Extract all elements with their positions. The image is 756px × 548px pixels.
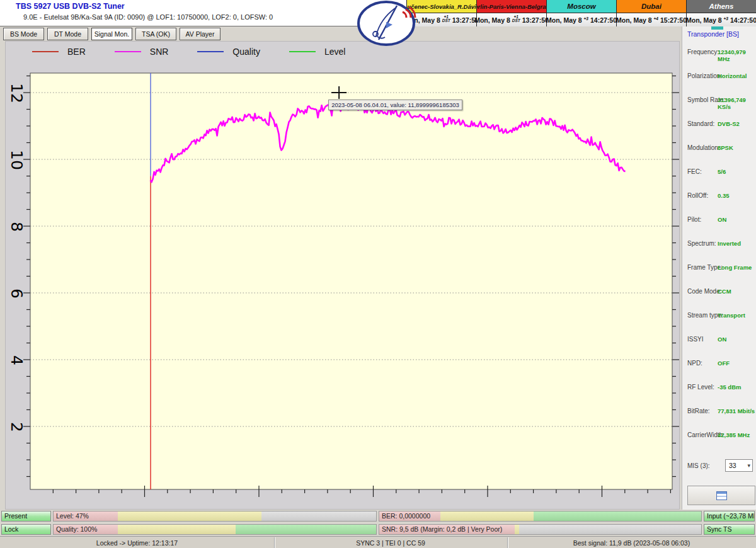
lock-indicator: Lock — [1, 524, 51, 535]
tp-field-value: -35 dBm — [718, 384, 755, 391]
svg-text:6: 6 — [8, 288, 26, 299]
tp-field-label: Frequency: — [687, 49, 719, 55]
tp-field-value: 77,831 Mbit/s — [718, 408, 755, 414]
input-bitrate-indicator: Input (~23,78 Mbps) — [704, 511, 755, 522]
transponder-panel: Transponder [BS] Frequency:12340,979 MHz… — [682, 26, 756, 510]
tp-field-label: Code Mode: — [687, 288, 721, 295]
tp-field-value: Horizontal — [718, 72, 755, 79]
chart-tooltip: 2023-05-08 06.04.01, value: 11,899999618… — [328, 100, 462, 110]
tp-field-spectrum: Spectrum:Inverted — [682, 240, 756, 259]
tab-av-player[interactable]: AV Player — [180, 28, 220, 40]
tp-field-value: ON — [718, 336, 755, 343]
meter-label: SNR: 9,5 dB (Margin: 0,2 dB | Very Poor) — [382, 525, 502, 534]
tp-field-label: Pilot: — [687, 216, 701, 223]
tp-field-value: Transport — [718, 312, 755, 319]
clock-moscow: MoscowMon, May 8+314:27:50 — [546, 0, 616, 26]
tp-field-value: 0.35 — [718, 192, 755, 199]
tp-field-frequency: Frequency:12340,979 MHz — [682, 49, 756, 67]
svg-text:10: 10 — [8, 150, 26, 170]
tp-field-symbol-rate: Symbol Rate:31396,749 KS/s — [682, 96, 756, 115]
transponder-title: Transponder [BS] — [687, 30, 739, 38]
meter-segment — [515, 525, 520, 534]
tab-bs-mode[interactable]: BS Mode — [3, 28, 44, 40]
tp-field-code-mode: Code Mode:CCM — [682, 288, 756, 307]
tp-field-label: NPD: — [687, 360, 702, 367]
mode-tabs: BS ModeDT ModeSignal Mon.TSA (OK)AV Play… — [3, 28, 220, 40]
panel-action-button[interactable] — [687, 486, 755, 505]
meter-label: BER: 0,0000000 — [382, 511, 430, 521]
tp-field-value: OFF — [718, 360, 755, 367]
clock-athens: AthensMon, May 8+314:27:50 — [686, 0, 756, 26]
clock-dubai: DubaiMon, May 8+415:27:50 — [616, 0, 686, 26]
tp-field-value: ON — [718, 216, 755, 223]
chevron-down-icon: ▾ — [747, 460, 750, 472]
tp-field-value: 31396,749 KS/s — [718, 96, 755, 110]
mis-row: MIS (3): 33 ▾ — [682, 459, 756, 474]
quality-meter: Quality: 100% — [53, 524, 377, 535]
window-title: TBS 5927 USB DVB-S2 Tuner — [16, 2, 125, 11]
svg-text:2: 2 — [8, 422, 26, 432]
snr-plot[interactable]: 24681012 — [6, 42, 680, 510]
tp-field-npd: NPD:OFF — [682, 360, 756, 379]
tp-field-value: CCM — [718, 288, 755, 295]
tp-field-bitrate: BitRate:77,831 Mbit/s — [682, 408, 756, 426]
tp-field-value: 42,385 MHz — [718, 431, 755, 438]
tp-field-label: FEC: — [687, 168, 702, 175]
clock-berlin-paris-vienna-belgrade: Berlin-Paris-Vienna-BelgradeMon, May 8+1… — [476, 0, 546, 26]
level-meter: Level: 47% — [53, 511, 377, 522]
meter-segment — [440, 511, 534, 521]
statusbar-best-signal: Best signal: 11,9 dB (2023-05-08 06:03) — [507, 537, 756, 548]
tp-field-stream-type: Stream type:Transport — [682, 312, 756, 331]
tp-field-standard: Standard:DVB-S2 — [682, 120, 756, 139]
tp-field-rf-level: RF Level:-35 dBm — [682, 384, 756, 402]
clock-city-label: Berlin-Paris-Vienna-Belgrade — [477, 0, 546, 13]
tp-field-value: DVB-S2 — [718, 120, 755, 127]
mis-value: 33 — [729, 462, 736, 469]
tp-field-label: ISSYI — [687, 336, 704, 343]
meter-segment — [236, 525, 376, 534]
tp-field-value: 5/6 — [718, 168, 755, 175]
tab-signal-mon[interactable]: Signal Mon. — [91, 28, 132, 40]
tp-field-modulation: Modulation:8PSK — [682, 144, 756, 163]
meter-segment — [118, 525, 236, 534]
tp-field-rolloff: RollOff:0.35 — [682, 192, 756, 211]
snr-meter: SNR: 9,5 dB (Margin: 0,2 dB | Very Poor) — [379, 524, 702, 535]
clock-city-label: Dubai — [617, 0, 686, 13]
app-window: TBS 5927 USB DVB-S2 Tuner 9.0E - Eutelsa… — [0, 0, 756, 548]
window-icon — [716, 491, 727, 500]
tp-field-value: 8PSK — [718, 144, 755, 151]
statusbar: Locked -> Uptime: 12:13:17 SYNC 3 | TEI … — [0, 536, 756, 548]
tp-field-value: Long Frame — [718, 264, 755, 271]
clock-city-label: Athens — [687, 0, 756, 13]
meter-segment — [261, 511, 376, 521]
signal-monitor-chart[interactable]: BERSNRQualityLevel 24681012 2023-05-08 0… — [5, 41, 680, 510]
tp-field-pilot: Pilot:ON — [682, 216, 756, 235]
world-clocks: Lučenec-Slovakia_R.DávidMon, May 8+1DST1… — [406, 0, 756, 26]
clock-time: Mon, May 8+314:27:50 — [547, 13, 616, 26]
tp-field-label: BitRate: — [687, 408, 710, 414]
tp-field-label: Polarization: — [687, 72, 722, 79]
meter-segment — [118, 511, 261, 521]
mis-dropdown[interactable]: 33 ▾ — [725, 459, 753, 472]
statusbar-uptime: Locked -> Uptime: 12:13:17 — [0, 537, 275, 548]
clock-time: Mon, May 8+415:27:50 — [617, 13, 686, 26]
meter-label: Level: 47% — [56, 511, 89, 521]
tab-tsa-ok[interactable]: TSA (OK) — [135, 28, 176, 40]
statusbar-sync: SYNC 3 | TEI 0 | CC 59 — [274, 537, 508, 548]
tab-dt-mode[interactable]: DT Mode — [47, 28, 88, 40]
svg-text:8: 8 — [8, 222, 26, 232]
tp-field-frame-type: Frame Type:Long Frame — [682, 264, 756, 283]
tp-field-label: Modulation: — [687, 144, 720, 151]
tuner-subtitle: 9.0E - Eutelsat 9B/Ka-Sat 9A (ID: 0090) … — [23, 13, 273, 21]
present-indicator: Present — [1, 511, 51, 522]
sync-ts-indicator: Sync TS — [704, 524, 755, 535]
tp-field-value: 12340,979 MHz — [718, 49, 755, 62]
tp-field-polarization: Polarization:Horizontal — [682, 72, 756, 91]
tp-field-carrierwidth: CarrierWidth:42,385 MHz — [682, 431, 756, 450]
tp-field-issyi: ISSYION — [682, 336, 756, 355]
meter-segment — [534, 511, 701, 521]
clock-city-label: Moscow — [547, 0, 616, 13]
tp-field-value: Inverted — [718, 240, 755, 247]
clock-time: Mon, May 8+1DST13:27:50 — [477, 13, 546, 26]
svg-text:12: 12 — [8, 83, 26, 103]
